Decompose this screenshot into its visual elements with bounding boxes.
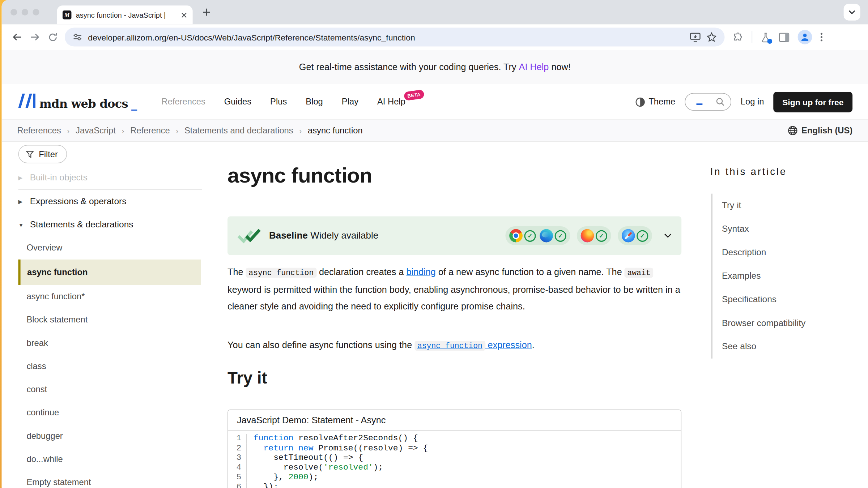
tab-title: async function - JavaScript | bbox=[76, 11, 177, 19]
code-line[interactable]: 4 resolve('resolved'); bbox=[228, 463, 681, 473]
language-label: English (US) bbox=[801, 125, 852, 136]
firefox-icon bbox=[581, 229, 594, 243]
code-line[interactable]: 5 }, 2000); bbox=[228, 473, 681, 483]
check-icon bbox=[637, 230, 648, 241]
toc-item-see-also[interactable]: See also bbox=[722, 335, 805, 358]
side-panel-icon[interactable] bbox=[779, 33, 790, 42]
browser-support-pill bbox=[618, 226, 652, 245]
extensions-icon[interactable] bbox=[733, 32, 744, 42]
sidebar-section-label: Statements & declarations bbox=[30, 220, 133, 230]
breadcrumb-javascript[interactable]: JavaScript bbox=[76, 125, 116, 136]
toc-item-description[interactable]: Description bbox=[722, 241, 805, 264]
tab-search-button[interactable] bbox=[844, 4, 860, 21]
sidebar-section-statements-declarations[interactable]: ▼Statements & declarations bbox=[18, 213, 202, 236]
toc-item-examples[interactable]: Examples bbox=[722, 264, 805, 288]
breadcrumb-references[interactable]: References bbox=[17, 125, 61, 136]
breadcrumb-separator: › bbox=[122, 127, 124, 135]
search-icon[interactable] bbox=[716, 97, 724, 106]
sidebar-section-expressions-operators[interactable]: ▶Expressions & operators bbox=[18, 190, 202, 213]
sidebar-item-class[interactable]: class bbox=[18, 355, 202, 378]
toc-item-browser-compatibility[interactable]: Browser compatibility bbox=[722, 311, 805, 335]
window-controls[interactable] bbox=[10, 9, 39, 15]
baseline-expand-button[interactable] bbox=[664, 234, 672, 238]
search-input[interactable] bbox=[685, 93, 731, 111]
breadcrumb-separator: › bbox=[299, 127, 302, 135]
p1-text: declaration creates a bbox=[316, 267, 406, 277]
breadcrumb-async-function[interactable]: async function bbox=[308, 125, 363, 136]
nav-item-plus[interactable]: Plus bbox=[270, 97, 287, 107]
site-header: mdn web docs_ ReferencesGuidesPlusBlogPl… bbox=[2, 84, 868, 120]
chevron-collapsed-icon: ▶ bbox=[18, 198, 25, 205]
doc-sidebar: Filter ▶Built-in objects▶Expressions & o… bbox=[18, 145, 202, 163]
sidebar-section-built-in-objects[interactable]: ▶Built-in objects bbox=[18, 166, 202, 189]
nav-item-ai-help[interactable]: AI HelpBETA bbox=[377, 97, 405, 107]
p1-text: of a new async function to a given name.… bbox=[436, 267, 625, 277]
code-token: return bbox=[264, 444, 294, 453]
minimize-window-icon[interactable] bbox=[22, 9, 28, 15]
reload-button[interactable] bbox=[44, 28, 61, 46]
code-editor[interactable]: 1function resolveAfter2Seconds() {2 retu… bbox=[228, 431, 681, 488]
zoom-window-icon[interactable] bbox=[33, 9, 39, 15]
code-token: new bbox=[298, 444, 313, 453]
mdn-logo[interactable]: mdn web docs_ bbox=[17, 93, 137, 110]
baseline-banner: Baseline Widely available bbox=[227, 216, 681, 255]
breadcrumb-reference[interactable]: Reference bbox=[130, 125, 170, 136]
sidebar-item-const[interactable]: const bbox=[18, 378, 202, 401]
demo-title: JavaScript Demo: Statement - Async bbox=[228, 410, 681, 431]
sidebar-item-empty-statement[interactable]: Empty statement bbox=[18, 471, 202, 488]
filter-button[interactable]: Filter bbox=[18, 145, 67, 163]
nav-item-blog[interactable]: Blog bbox=[306, 97, 323, 107]
sidebar-item-overview[interactable]: Overview bbox=[18, 236, 202, 260]
chevron-expanded-icon: ▼ bbox=[18, 222, 25, 228]
tab-close-icon[interactable] bbox=[181, 12, 187, 18]
nav-item-references[interactable]: References bbox=[162, 97, 205, 107]
toc-item-try-it[interactable]: Try it bbox=[722, 194, 805, 217]
toc-item-syntax[interactable]: Syntax bbox=[722, 217, 805, 241]
line-number: 5 bbox=[228, 473, 247, 483]
sidebar-item-debugger[interactable]: debugger bbox=[18, 424, 202, 448]
language-switcher[interactable]: English (US) bbox=[788, 125, 852, 136]
code-line[interactable]: 6 }); bbox=[228, 483, 681, 488]
sidebar-item-async-function[interactable]: async function* bbox=[18, 285, 202, 308]
menu-kebab-icon[interactable] bbox=[820, 33, 822, 41]
install-icon[interactable] bbox=[690, 32, 701, 42]
url-bar[interactable]: developer.allizom.org/en-US/docs/Web/Jav… bbox=[65, 28, 724, 47]
nav-item-play[interactable]: Play bbox=[342, 97, 358, 107]
binding-link[interactable]: binding bbox=[406, 267, 435, 277]
signup-button[interactable]: Sign up for free bbox=[774, 91, 853, 112]
tryit-heading: Try it bbox=[227, 368, 267, 387]
breadcrumb-statements-and-declarations[interactable]: Statements and declarations bbox=[184, 125, 293, 136]
async-function-expression-link[interactable]: async function expression bbox=[414, 340, 532, 350]
new-tab-button[interactable] bbox=[201, 7, 212, 18]
url-text[interactable]: developer.allizom.org/en-US/docs/Web/Jav… bbox=[88, 33, 684, 42]
chevron-collapsed-icon: ▶ bbox=[18, 175, 25, 181]
code-line[interactable]: 1function resolveAfter2Seconds() { bbox=[228, 434, 681, 444]
close-window-icon[interactable] bbox=[10, 9, 17, 15]
forward-button[interactable] bbox=[26, 28, 44, 46]
inline-code-async-function-expr[interactable]: async function bbox=[414, 341, 485, 351]
sidebar-item-async-function[interactable]: async function bbox=[18, 260, 201, 285]
login-link[interactable]: Log in bbox=[741, 97, 764, 107]
sidebar-item-continue[interactable]: continue bbox=[18, 401, 202, 424]
inline-code-async-function: async function bbox=[246, 268, 316, 278]
nav-item-guides[interactable]: Guides bbox=[224, 97, 251, 107]
browser-tab[interactable]: M async function - JavaScript | bbox=[57, 5, 193, 24]
profile-avatar[interactable] bbox=[798, 30, 812, 44]
theme-switcher[interactable]: Theme bbox=[635, 97, 676, 107]
back-button[interactable] bbox=[8, 28, 26, 46]
labs-flask-icon[interactable] bbox=[761, 32, 771, 42]
code-token: resolve( bbox=[254, 463, 323, 472]
expression-paragraph: You can also define async functions usin… bbox=[227, 337, 682, 354]
code-line[interactable]: 2 return new Promise((resolve) => { bbox=[228, 444, 681, 453]
promo-ai-help-link[interactable]: AI Help bbox=[519, 62, 549, 72]
sidebar-item-block-statement[interactable]: Block statement bbox=[18, 308, 202, 331]
code-line[interactable]: 3 setTimeout(() => { bbox=[228, 453, 681, 463]
toc-item-specifications[interactable]: Specifications bbox=[722, 288, 805, 311]
sidebar-item-do-while[interactable]: do...while bbox=[18, 448, 202, 471]
sidebar-item-break[interactable]: break bbox=[18, 331, 202, 355]
p1-text: keyword is permitted within the function… bbox=[227, 284, 680, 311]
expression-link-text[interactable]: expression bbox=[485, 340, 532, 350]
bookmark-star-icon[interactable] bbox=[706, 32, 717, 42]
edge-icon bbox=[540, 229, 553, 243]
site-info-icon[interactable] bbox=[73, 32, 83, 42]
